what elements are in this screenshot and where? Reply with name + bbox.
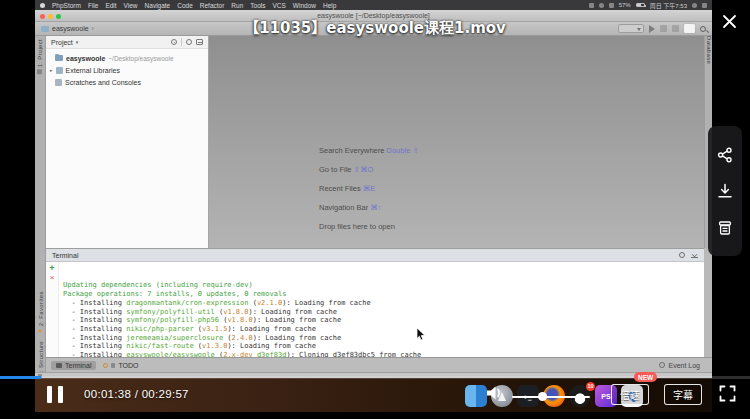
libraries-icon	[56, 67, 63, 74]
menubar-item-help[interactable]: Help	[323, 2, 336, 9]
spotlight-icon[interactable]	[692, 3, 697, 8]
tree-row-project-root[interactable]: easyswoole ~/Desktop/easyswoole	[46, 52, 208, 64]
terminal-text-segment: Package operations: 7 installs, 0 update…	[63, 290, 286, 298]
player-side-panel	[708, 126, 742, 256]
gear-icon[interactable]	[186, 39, 192, 45]
delete-icon[interactable]	[717, 220, 733, 236]
terminal-text-segment: nikic/fast-route	[126, 342, 193, 350]
menubar-item-refactor[interactable]: Refactor	[200, 2, 225, 9]
battery-percent: 57%	[619, 2, 631, 8]
sidebar-tab-database[interactable]: Database	[706, 36, 712, 64]
editor-empty-hints: Search Everywhere Double ⇧Go to File ⇧⌘O…	[319, 146, 419, 241]
terminal-text-segment: (	[194, 342, 202, 350]
tree-row-scratches[interactable]: Scratches and Consoles	[46, 76, 208, 88]
close-session-icon[interactable]: ×	[50, 274, 55, 282]
left-tool-strip: 1: Project ★ 2: Favorites 7: Structure	[35, 36, 46, 378]
notification-badge: 10	[586, 382, 595, 391]
menubar-item-window[interactable]: Window	[293, 2, 316, 9]
terminal-text-segment: symfony/polyfill-util	[126, 308, 215, 316]
terminal-text-segment: - Installing	[63, 325, 126, 333]
player-close-button[interactable]	[717, 9, 741, 33]
terminal-text-segment: dragonmantank/cron-expression	[126, 299, 248, 307]
terminal-text-segment: symfony/polyfill-php56	[126, 316, 219, 324]
tree-row-external-libraries[interactable]: ▸ External Libraries	[46, 64, 208, 76]
terminal-text-segment: (	[194, 325, 202, 333]
folder-icon	[55, 55, 63, 61]
volume-slider[interactable]	[512, 396, 590, 398]
download-icon[interactable]	[717, 183, 733, 199]
volume-slider-thumb[interactable]	[538, 392, 547, 401]
fullscreen-icon[interactable]	[719, 385, 736, 402]
volume-status-icon[interactable]	[599, 3, 604, 8]
wifi-icon[interactable]	[609, 3, 614, 8]
display-icon[interactable]	[589, 3, 594, 8]
tab-todo[interactable]: TODO	[103, 362, 138, 369]
editor-hint: Go to File ⇧⌘O	[319, 165, 419, 174]
sidebar-tab-project[interactable]: 1: Project	[37, 39, 43, 74]
terminal-text-segment: nikic/php-parser	[126, 325, 193, 333]
terminal-text-segment: v1.8.0	[227, 316, 252, 324]
volume-icon[interactable]	[485, 384, 505, 402]
hint-label: Go to File	[319, 165, 352, 174]
event-log-icon	[659, 362, 665, 368]
menubar-item-file[interactable]: File	[88, 2, 98, 9]
hint-shortcut: ⌘E	[361, 184, 376, 193]
sidebar-tab-structure[interactable]: 7: Structure	[37, 341, 44, 376]
new-session-icon[interactable]: +	[49, 264, 54, 273]
menubar-item-run[interactable]: Run	[231, 2, 243, 9]
terminal-line: Updating dependencies (including require…	[63, 281, 704, 290]
project-panel-title[interactable]: Project	[51, 39, 73, 46]
terminal-text-segment: - Installing	[63, 334, 126, 342]
menubar-item-navigate[interactable]: Navigate	[145, 2, 171, 9]
share-icon[interactable]	[717, 147, 733, 163]
menubar-clock[interactable]: 周日 下午7:53	[650, 1, 687, 10]
menubar-item-tools[interactable]: Tools	[250, 2, 265, 9]
tree-item-label: Scratches and Consoles	[65, 79, 141, 86]
terminal-tab-icon	[56, 363, 62, 368]
editor-hint: Recent Files ⌘E	[319, 184, 419, 193]
terminal-line: - Installing symfony/polyfill-util (v1.8…	[63, 308, 704, 317]
terminal-line: - Installing dragonmantank/cron-expressi…	[63, 299, 704, 308]
video-frame[interactable]: PhpStormFileEditViewNavigateCodeRefactor…	[35, 0, 712, 412]
dock-finder-icon[interactable]	[465, 385, 487, 407]
apple-logo-icon[interactable]	[40, 3, 45, 8]
terminal-text-segment: ): Loading from cache	[227, 342, 316, 350]
scratches-icon	[55, 79, 62, 86]
time-display: 00:01:38 / 00:29:57	[84, 388, 189, 400]
locate-icon[interactable]	[171, 39, 177, 45]
collapse-all-icon[interactable]	[196, 39, 203, 45]
terminal-text-segment: 2.4.0	[232, 334, 253, 342]
expand-arrow-icon[interactable]: ▸	[50, 67, 53, 73]
hint-shortcut: ⌘↑	[368, 203, 381, 212]
hide-panel-icon[interactable]	[691, 252, 698, 258]
tab-terminal[interactable]: Terminal	[51, 361, 96, 370]
close-icon	[722, 14, 737, 29]
terminal-text-segment: (	[223, 334, 231, 342]
menubar-item-phpstorm[interactable]: PhpStorm	[52, 2, 81, 9]
terminal-line: - Installing nikic/php-parser (v3.1.5): …	[63, 325, 704, 334]
project-root-name: easyswoole	[66, 55, 105, 62]
terminal-text-segment: v2.1.0	[257, 299, 282, 307]
editor-hint: Drop files here to open	[319, 222, 419, 231]
divider	[181, 38, 182, 46]
terminal-settings-icon[interactable]	[679, 252, 685, 258]
subtitle-button[interactable]: 字幕	[664, 384, 702, 405]
sidebar-tab-favorites[interactable]: ★ 2: Favorites	[37, 291, 44, 335]
playback-speed-button[interactable]: 倍速	[611, 384, 649, 405]
terminal-text-segment: - Installing	[63, 342, 126, 350]
menubar-item-code[interactable]: Code	[177, 2, 193, 9]
terminal-output[interactable]: Updating dependencies (including require…	[59, 262, 704, 357]
terminal-line: - Installing symfony/polyfill-php56 (v1.…	[63, 316, 704, 325]
hint-label: Recent Files	[319, 184, 361, 193]
editor-hint: Navigation Bar ⌘↑	[319, 203, 419, 212]
notification-center-icon[interactable]	[702, 3, 707, 8]
menubar-item-vcs[interactable]: VCS	[272, 2, 285, 9]
terminal-text-segment: (	[215, 308, 223, 316]
menubar-item-edit[interactable]: Edit	[105, 2, 116, 9]
pause-button[interactable]	[47, 386, 63, 403]
event-log[interactable]: Event Log	[659, 362, 700, 369]
terminal-text-segment: ): Loading from cache	[227, 325, 316, 333]
editor-area[interactable]: Search Everywhere Double ⇧Go to File ⇧⌘O…	[209, 36, 704, 248]
menubar-item-view[interactable]: View	[124, 2, 138, 9]
terminal-text-segment: jeremeamia/superclosure	[126, 334, 223, 342]
